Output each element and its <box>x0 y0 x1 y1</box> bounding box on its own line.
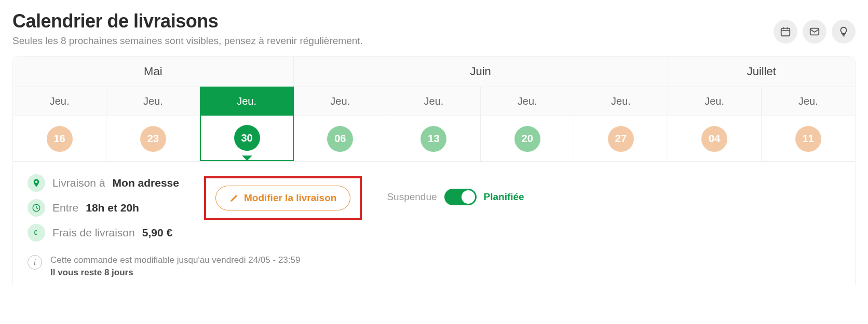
date-cell[interactable]: 06 <box>294 116 387 161</box>
mail-icon-button[interactable] <box>803 20 826 44</box>
weekday-cell: Jeu. <box>574 87 668 116</box>
toggle-suspended-label: Suspendue <box>387 191 437 203</box>
date-cell[interactable]: 11 <box>762 116 855 161</box>
calendar-icon-button[interactable] <box>774 20 797 44</box>
weekday-cell: Jeu. <box>13 87 106 116</box>
deadline-note: i Cette commande est modifiable jusqu'au… <box>12 253 856 285</box>
date-cell[interactable]: 23 <box>106 116 200 161</box>
location-label: Livraison à <box>52 177 105 189</box>
pencil-icon <box>229 193 239 203</box>
toggle-knob <box>462 190 475 204</box>
date-circle[interactable]: 27 <box>608 126 634 152</box>
modify-button-label: Modifier la livraison <box>244 192 336 204</box>
fee-value: 5,90 € <box>142 227 172 239</box>
weekday-cell: Jeu. <box>762 87 855 116</box>
status-toggle[interactable] <box>444 189 477 205</box>
info-icon: i <box>28 255 42 270</box>
weekday-cell: Jeu. <box>668 87 762 116</box>
calendar-grid: Mai Juin Juillet Jeu. Jeu. Jeu. Jeu. Jeu… <box>12 56 856 162</box>
date-cell[interactable]: 27 <box>574 116 668 161</box>
svg-text:€: € <box>34 229 38 236</box>
selected-arrow-icon <box>242 156 252 161</box>
location-value: Mon adresse <box>113 177 179 189</box>
date-circle[interactable]: 06 <box>327 126 353 152</box>
date-circle-selected[interactable]: 30 <box>234 125 260 151</box>
remaining-text: Il vous reste 8 jours <box>50 267 300 278</box>
date-circle[interactable]: 13 <box>421 126 446 152</box>
date-circle[interactable]: 04 <box>701 126 727 152</box>
time-value: 18h et 20h <box>86 202 139 214</box>
time-label: Entre <box>52 202 78 214</box>
month-row: Mai Juin Juillet <box>13 57 855 87</box>
calendar-icon <box>780 26 791 37</box>
lightbulb-icon-button[interactable] <box>832 20 856 44</box>
top-actions <box>774 20 856 44</box>
delivery-time-row: Entre 18h et 20h <box>28 199 179 217</box>
delivery-fee-row: € Frais de livraison 5,90 € <box>28 224 179 242</box>
modify-highlight-box: Modifier la livraison <box>204 176 362 220</box>
status-toggle-block: Suspendue Planifiée <box>387 189 524 205</box>
pin-icon <box>28 174 45 192</box>
date-circle[interactable]: 11 <box>795 126 821 152</box>
fee-label: Frais de livraison <box>52 227 135 239</box>
delivery-details-panel: Livraison à Mon adresse Entre 18h et 20h… <box>12 162 856 253</box>
weekday-cell: Jeu. <box>294 87 387 116</box>
date-circle[interactable]: 23 <box>140 126 166 152</box>
page-subtitle: Seules les 8 prochaines semaines sont vi… <box>12 35 363 47</box>
date-cell[interactable]: 13 <box>387 116 481 161</box>
date-circle[interactable]: 20 <box>514 126 540 152</box>
weekday-cell: Jeu. <box>106 87 200 116</box>
date-cell[interactable]: 16 <box>13 116 106 161</box>
weekday-cell: Jeu. <box>481 87 574 116</box>
date-circle[interactable]: 16 <box>47 126 73 152</box>
month-cell: Mai <box>13 57 294 87</box>
euro-icon: € <box>28 224 45 242</box>
weekday-cell-selected: Jeu. <box>200 87 293 116</box>
page-title: Calendrier de livraisons <box>12 10 363 32</box>
modify-delivery-button[interactable]: Modifier la livraison <box>215 186 350 210</box>
month-cell: Juin <box>294 57 668 87</box>
date-cell-selected[interactable]: 30 <box>200 116 293 161</box>
svg-rect-0 <box>781 29 790 36</box>
mail-icon <box>809 26 820 37</box>
lightbulb-icon <box>838 26 849 37</box>
date-cell[interactable]: 20 <box>481 116 574 161</box>
toggle-planned-label: Planifiée <box>484 191 524 203</box>
date-row: 16 23 30 06 13 20 27 04 11 <box>13 116 855 161</box>
deadline-text: Cette commande est modifiable jusqu'au v… <box>50 255 300 265</box>
month-cell: Juillet <box>668 57 855 87</box>
weekday-cell: Jeu. <box>387 87 481 116</box>
delivery-location-row: Livraison à Mon adresse <box>28 174 179 192</box>
clock-icon <box>28 199 45 217</box>
weekday-row: Jeu. Jeu. Jeu. Jeu. Jeu. Jeu. Jeu. Jeu. … <box>13 87 855 116</box>
date-cell[interactable]: 04 <box>668 116 762 161</box>
